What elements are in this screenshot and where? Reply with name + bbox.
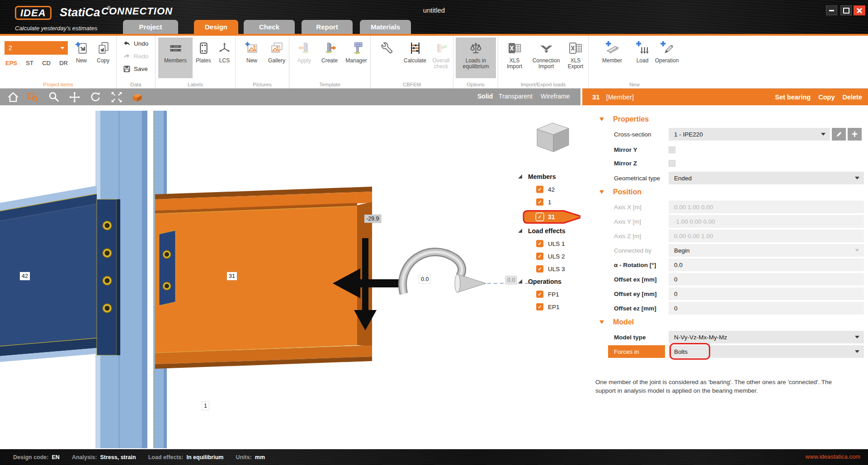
tab-design[interactable]: Design (194, 20, 238, 34)
rotate-icon[interactable] (89, 90, 102, 104)
offset-ey-field[interactable]: 0 (669, 287, 864, 300)
checkbox-checked-icon[interactable] (536, 240, 543, 247)
selected-member-id: 31 (592, 93, 600, 101)
alpha-rotation-field[interactable]: 0.0 (669, 258, 864, 271)
code-setup-button[interactable] (373, 38, 401, 78)
label-member-31[interactable]: 31 (227, 272, 237, 280)
xls-import-button[interactable]: XLS Import (501, 38, 528, 78)
solid-brick-icon[interactable] (130, 90, 144, 104)
offset-ez-field[interactable]: 0 (669, 302, 864, 315)
tab-check[interactable]: Check (244, 20, 295, 34)
tree-item-31-selected[interactable]: 31 (517, 210, 589, 224)
expander-icon[interactable] (518, 229, 522, 233)
label-member-1[interactable]: 1 (202, 402, 209, 410)
code-eps[interactable]: EPS (5, 60, 17, 66)
axes-icon (217, 41, 232, 56)
xls-export-button[interactable]: XLS Export (564, 38, 587, 78)
label-value-near[interactable]: 0.0 (419, 275, 430, 283)
copy-member-button[interactable]: Copy (818, 94, 835, 101)
pan-icon[interactable] (68, 90, 81, 104)
website-link[interactable]: www.ideastatica.com (806, 453, 860, 460)
forces-in-dropdown[interactable]: Bolts (669, 345, 864, 358)
group-labels: Members LCS Plates LCS Labels (156, 36, 236, 88)
collapse-triangle-icon[interactable] (599, 320, 604, 324)
checkbox-checked-icon[interactable] (536, 291, 543, 298)
member-42-beam[interactable] (0, 186, 120, 362)
mode-solid[interactable]: Solid (477, 93, 493, 100)
group-import-export: XLS Import Connection Import XLS Export … (498, 36, 589, 88)
member-31-beam[interactable] (155, 187, 372, 369)
checkbox-checked-icon[interactable] (536, 253, 543, 260)
delete-member-button[interactable]: Delete (842, 94, 862, 101)
project-item-selector[interactable]: 2 (5, 41, 68, 55)
mode-wireframe[interactable]: Wireframe (541, 93, 570, 100)
expander-icon[interactable] (518, 174, 522, 178)
tab-materials[interactable]: Materials (360, 20, 411, 34)
checkbox-checked-icon[interactable] (536, 198, 543, 206)
save-button[interactable]: Save (123, 65, 148, 73)
offset-ex-field[interactable]: 0 (669, 273, 864, 286)
collapse-triangle-icon[interactable] (599, 117, 604, 121)
section-properties[interactable]: Properties (599, 114, 868, 124)
template-create-button[interactable]: Create (317, 38, 342, 78)
plates-labels-button[interactable]: LCS Plates (193, 38, 213, 78)
checkbox-checked-icon[interactable] (536, 265, 543, 272)
section-model[interactable]: Model (599, 317, 868, 327)
code-cd[interactable]: CD (42, 60, 51, 66)
section-position[interactable]: Position (599, 187, 868, 197)
close-button[interactable] (854, 5, 865, 15)
mirror-y-checkbox[interactable] (669, 146, 675, 153)
template-manager-button[interactable]: Manager (343, 38, 370, 78)
members-labels-button[interactable]: Members (158, 38, 193, 78)
tree-operations-header[interactable]: Operations (517, 277, 589, 287)
tab-project[interactable]: Project (123, 20, 178, 34)
new-picture-button[interactable]: New (240, 38, 264, 78)
new-operation-button[interactable]: Operation (654, 38, 680, 78)
tab-report[interactable]: Report (302, 20, 353, 34)
lcs-labels-button[interactable]: LCS (214, 38, 235, 78)
mirror-z-checkbox[interactable] (669, 160, 675, 167)
new-load-icon (635, 41, 650, 56)
code-st[interactable]: ST (26, 60, 33, 66)
calculate-button[interactable]: Calculate (401, 38, 429, 78)
tree-load-effects-header[interactable]: Load effects (517, 226, 589, 236)
checkbox-checked-icon[interactable] (536, 213, 543, 221)
zoom-window-icon[interactable] (26, 90, 40, 104)
connection-import-button[interactable]: Connection Import (529, 38, 563, 78)
code-dr[interactable]: DR (59, 60, 68, 66)
scene-3d-model[interactable] (0, 105, 580, 449)
orientation-cube[interactable] (537, 123, 569, 152)
cross-section-dropdown[interactable]: 1 - IPE220 (669, 128, 830, 141)
label-value-far[interactable]: 0.0 (505, 276, 517, 284)
viewport-3d[interactable]: Solid Transparent Wireframe (0, 89, 580, 449)
collapse-triangle-icon[interactable] (599, 190, 604, 194)
zoom-fit-icon[interactable] (110, 90, 123, 104)
maximize-button[interactable] (840, 5, 852, 15)
copy-item-button[interactable]: Copy (92, 38, 114, 78)
expander-icon[interactable] (518, 279, 522, 283)
new-item-button[interactable]: New (71, 38, 91, 78)
geometrical-type-dropdown[interactable]: Ended (669, 172, 864, 184)
fin-plate[interactable] (159, 230, 175, 305)
tree-members-header[interactable]: Members (517, 172, 589, 182)
label-moment-value[interactable]: -29.9 (364, 215, 381, 223)
checkbox-checked-icon[interactable] (536, 186, 543, 193)
minimize-button[interactable] (826, 5, 837, 15)
add-cross-section-button[interactable] (848, 128, 862, 141)
set-bearing-button[interactable]: Set bearing (775, 94, 811, 101)
model-type-dropdown[interactable]: N-Vy-Vz-Mx-My-Mz (669, 331, 864, 343)
new-member-button[interactable]: Member (593, 38, 631, 78)
edit-cross-section-button[interactable] (832, 128, 846, 141)
connection-import-icon (539, 41, 554, 56)
mode-transparent[interactable]: Transparent (499, 93, 533, 100)
loads-in-equilibrium-button[interactable]: Loads in equilibrium (456, 38, 496, 78)
label-member-42[interactable]: 42 (20, 272, 30, 280)
redo-button[interactable]: Redo (123, 52, 148, 60)
gallery-button[interactable]: Gallery (265, 38, 288, 78)
home-view-icon[interactable] (6, 90, 20, 104)
checkbox-checked-icon[interactable] (536, 303, 543, 310)
zoom-icon[interactable] (47, 90, 61, 104)
group-template: Apply Create Manager Template (289, 36, 371, 88)
undo-button[interactable]: Undo (123, 40, 148, 47)
new-load-button[interactable]: Load (632, 38, 653, 78)
